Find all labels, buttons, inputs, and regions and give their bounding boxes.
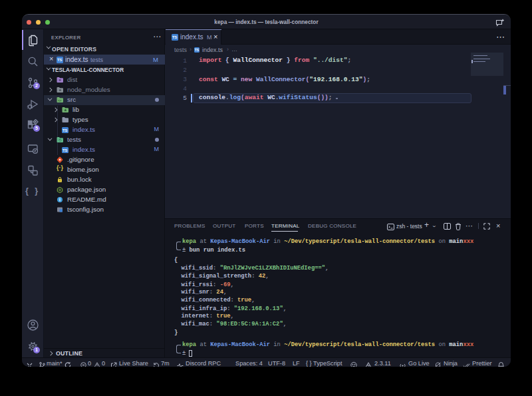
svg-text:<>: <> (58, 99, 62, 102)
